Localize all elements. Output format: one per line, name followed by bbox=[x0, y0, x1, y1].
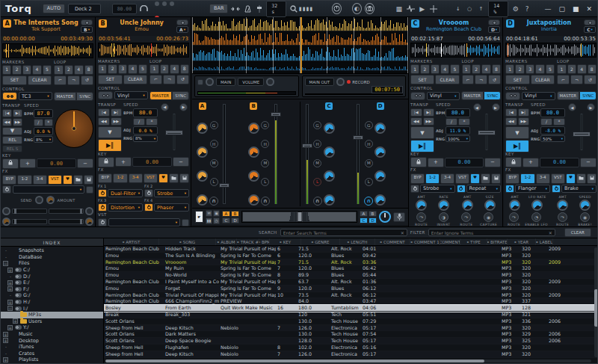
nudge-right-button[interactable]: ▶ bbox=[587, 103, 595, 111]
tree-item[interactable]: MP3s bbox=[1, 312, 103, 318]
fx-speed-knob[interactable] bbox=[579, 200, 591, 211]
bar-mode-button[interactable]: BAR bbox=[209, 4, 228, 13]
amount-knob[interactable] bbox=[46, 196, 55, 204]
channel-c-high-knob[interactable] bbox=[324, 146, 335, 158]
channel-b-low-knob[interactable] bbox=[248, 194, 259, 206]
crosshair-icon[interactable] bbox=[429, 4, 437, 14]
tree-item[interactable]: + Desktop bbox=[1, 337, 103, 344]
deck-c-range-select[interactable]: 100%▾ bbox=[446, 135, 470, 142]
low-kill-button[interactable]: L bbox=[261, 178, 269, 186]
deck-a-bpm-value[interactable]: 87.0 bbox=[34, 109, 53, 118]
loop-out-button[interactable]: ¬ bbox=[475, 75, 487, 84]
marker-button[interactable]: 3 bbox=[118, 64, 127, 74]
deck-d-master-button[interactable]: MASTER bbox=[557, 91, 580, 100]
column-header[interactable]: ARTIST bbox=[104, 238, 159, 245]
filter-clear-x-icon[interactable]: ✕ bbox=[546, 230, 555, 235]
fx4-power-button[interactable] bbox=[144, 203, 153, 212]
column-header[interactable]: COMMENT bbox=[375, 238, 410, 245]
tree-expander[interactable]: + bbox=[7, 268, 13, 273]
loop-out-button[interactable]: ¬ bbox=[570, 75, 583, 84]
table-row[interactable]: EmouMy RuinSpring Is Far To Come 7120.0 … bbox=[104, 265, 598, 272]
magnifier-icon[interactable] bbox=[289, 4, 298, 14]
deck-b-adj-value[interactable]: 0.0 % bbox=[133, 126, 158, 135]
fx-enable-lfo-button[interactable]: ◔ bbox=[531, 212, 541, 222]
deck-d-sync-button[interactable]: SYNC bbox=[579, 91, 597, 100]
high-kill-button[interactable]: H bbox=[365, 140, 373, 148]
tree-item[interactable]: + Y:/ bbox=[1, 324, 103, 331]
tree-expander[interactable]: - bbox=[3, 345, 9, 349]
next-button[interactable]: ▶| bbox=[13, 109, 22, 117]
deck-b-cassette-icon[interactable] bbox=[176, 19, 188, 25]
fx2-power-button[interactable] bbox=[144, 189, 153, 197]
deck-select[interactable]: Deck 2 bbox=[68, 4, 101, 14]
key-down-button[interactable]: − bbox=[580, 158, 597, 167]
fx-route-button[interactable]: ↷ bbox=[461, 212, 471, 222]
column-header[interactable]: ALBUM bbox=[216, 238, 237, 245]
fx-slot2-select[interactable]: Repeat▾ bbox=[466, 185, 502, 193]
loop-length-button[interactable]: 2 bbox=[472, 64, 481, 74]
loop-length-button[interactable]: 4 bbox=[481, 64, 490, 74]
marker-button[interactable]: 3 bbox=[431, 64, 440, 74]
gain-label[interactable]: G bbox=[210, 121, 218, 129]
tree-expander[interactable]: + bbox=[7, 280, 13, 286]
fastforward-button[interactable]: ▶▶ bbox=[13, 118, 22, 126]
deck-c-sync-button[interactable]: SYNC bbox=[484, 91, 501, 100]
xfade-left-b-button[interactable]: B bbox=[231, 211, 239, 217]
fx-bypass-button[interactable]: BYP bbox=[98, 173, 112, 184]
table-row[interactable]: Scott OrlansDeep Space Boogie 128.0 Tech… bbox=[104, 338, 598, 345]
column-header[interactable]: COMMENT 2 bbox=[440, 238, 460, 245]
tree-item[interactable]: + Music bbox=[1, 331, 103, 338]
deck-d-bpm-value[interactable]: 80.0 bbox=[540, 108, 565, 117]
next-button[interactable]: ▶| bbox=[423, 108, 435, 117]
cue-return-button[interactable]: ▼ bbox=[98, 126, 122, 138]
fx-save-icon[interactable] bbox=[179, 173, 189, 184]
minimize-button[interactable]: — bbox=[542, 5, 553, 13]
mid-kill-button[interactable]: M bbox=[261, 159, 269, 167]
auto-button[interactable]: AUTO bbox=[43, 4, 65, 13]
channel-b-high-knob[interactable] bbox=[248, 146, 259, 158]
tree-item[interactable]: + H:/ bbox=[1, 299, 103, 306]
fx-favorite-heart-icon[interactable]: ♥ bbox=[470, 173, 480, 184]
tree-item[interactable]: - G:/ bbox=[1, 292, 103, 299]
marker-button[interactable]: 1 bbox=[98, 64, 107, 74]
table-row[interactable]: Remington Beach ClubI Paint Myself Into … bbox=[104, 279, 598, 286]
tree-item[interactable]: + Playlists bbox=[1, 357, 103, 363]
loop-length-button[interactable]: 2 bbox=[567, 64, 576, 74]
fx-slot1-select[interactable]: Flanger▾ bbox=[515, 185, 550, 193]
tree-item[interactable]: - D:/ bbox=[1, 273, 103, 280]
tree-expander[interactable]: + bbox=[7, 300, 13, 305]
rel-button[interactable]: REL bbox=[2, 136, 22, 144]
xfade-curve-icon[interactable]: ✉ bbox=[206, 210, 212, 217]
fx-folder-icon[interactable] bbox=[481, 173, 490, 184]
fx-12-button[interactable]: 1-2 bbox=[425, 173, 440, 184]
deck-d-key-value[interactable]: 0.00 bbox=[540, 158, 579, 167]
bpm-halve-button[interactable]: / bbox=[446, 118, 457, 126]
loop-cycle-button[interactable]: ↺ bbox=[584, 75, 597, 84]
loop-length-button[interactable]: 2 bbox=[160, 64, 169, 74]
help-icon[interactable]: ? bbox=[523, 4, 531, 14]
table-row[interactable]: Remington Beach ClubTrivial Pursuit Of H… bbox=[104, 292, 598, 299]
channel-b-gain-knob[interactable] bbox=[248, 123, 259, 134]
deck-a-key-value[interactable]: 0.00 bbox=[37, 158, 76, 168]
channel-d-gain-knob[interactable] bbox=[374, 123, 386, 134]
crossfader[interactable] bbox=[241, 211, 357, 223]
deck-a-adj-value[interactable]: 0.0 % bbox=[34, 127, 53, 135]
fx-vst-button[interactable]: VST bbox=[144, 173, 158, 184]
cue-return-button[interactable]: ▼ bbox=[505, 126, 529, 139]
main-volume-knob[interactable] bbox=[266, 78, 274, 86]
table-row[interactable]: EmouThe Sun Is A BlindingSpring Is Far T… bbox=[104, 253, 598, 259]
tree-expander[interactable]: − bbox=[7, 306, 13, 311]
loop-out-button[interactable]: ¬ bbox=[163, 75, 176, 84]
table-row[interactable]: Remington Beach ClubHidden TrackMy Trivi… bbox=[104, 246, 598, 253]
nudge-right-button[interactable]: ▶ bbox=[179, 103, 188, 111]
tree-item[interactable]: − I:/ bbox=[1, 305, 103, 312]
low-kill-button[interactable]: L bbox=[313, 178, 321, 186]
deck-a-master-button[interactable]: MASTER bbox=[54, 92, 77, 101]
fx-save-icon[interactable] bbox=[84, 175, 93, 185]
fx-slot2-power-button[interactable] bbox=[552, 185, 561, 193]
fx-favorite-heart-icon[interactable]: ♥ bbox=[63, 175, 73, 185]
marker-set-button[interactable]: SET bbox=[2, 75, 27, 85]
tree-expander[interactable]: + bbox=[3, 332, 8, 337]
key-lock-button[interactable] bbox=[98, 157, 114, 167]
fx4-select[interactable]: Phaser▾ bbox=[154, 203, 189, 212]
